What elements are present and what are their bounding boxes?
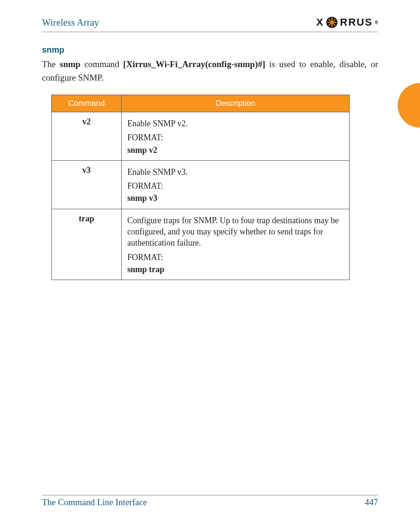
cell-command-name: v3: [52, 160, 122, 209]
section-tab-icon: [398, 83, 420, 128]
format-label: FORMAT:: [127, 180, 344, 192]
th-description: Description: [122, 95, 350, 112]
table-row: v3 Enable SNMP v3. FORMAT: snmp v3: [52, 160, 350, 209]
footer-chapter: The Command Line Interface: [42, 497, 147, 507]
logo-text-left: X: [317, 16, 324, 28]
header-rule: [42, 32, 378, 32]
desc-text: Enable SNMP v3.: [127, 166, 344, 178]
intro-prompt: Xirrus_Wi-Fi_Array(config-snmp)#: [126, 59, 262, 69]
page: Wireless Array X RRUS ® snmp The snmp co…: [0, 0, 420, 528]
table-header-row: Command Description: [52, 95, 350, 112]
cell-command-name: trap: [52, 209, 122, 280]
format-label: FORMAT:: [127, 132, 344, 143]
command-table: Command Description v2 Enable SNMP v2. F…: [51, 95, 350, 280]
desc-text: Configure traps for SNMP. Up to four tra…: [127, 215, 344, 249]
cell-command-description: Configure traps for SNMP. Up to four tra…: [122, 209, 350, 280]
cell-command-description: Enable SNMP v3. FORMAT: snmp v3: [122, 160, 350, 209]
document-title: Wireless Array: [42, 17, 99, 28]
table-row: v2 Enable SNMP v2. FORMAT: snmp v2: [52, 112, 350, 161]
section-heading: snmp: [42, 45, 378, 55]
intro-command: snmp: [60, 59, 80, 69]
section-intro: The snmp command [Xirrus_Wi-Fi_Array(con…: [42, 58, 378, 84]
intro-text: command: [80, 59, 123, 69]
cell-command-name: v2: [52, 112, 122, 161]
th-command: Command: [52, 95, 122, 112]
footer-page-number: 447: [365, 497, 379, 507]
format-command: snmp trap: [127, 264, 344, 275]
format-command: snmp v2: [127, 144, 344, 156]
command-table-wrap: Command Description v2 Enable SNMP v2. F…: [51, 95, 350, 280]
footer-rule: [42, 495, 378, 495]
desc-text: Enable SNMP v2.: [127, 118, 344, 129]
format-command: snmp v3: [127, 192, 344, 204]
brand-logo: X RRUS ®: [317, 16, 378, 28]
page-footer: The Command Line Interface 447: [42, 495, 378, 507]
logo-icon: [326, 17, 337, 28]
logo-text-right: RRUS: [340, 16, 372, 28]
intro-text: The: [42, 59, 60, 69]
logo-trademark: ®: [375, 20, 378, 25]
cell-command-description: Enable SNMP v2. FORMAT: snmp v2: [122, 112, 350, 161]
page-header: Wireless Array X RRUS ®: [42, 14, 378, 31]
table-row: trap Configure traps for SNMP. Up to fou…: [52, 209, 350, 280]
format-label: FORMAT:: [127, 252, 344, 263]
